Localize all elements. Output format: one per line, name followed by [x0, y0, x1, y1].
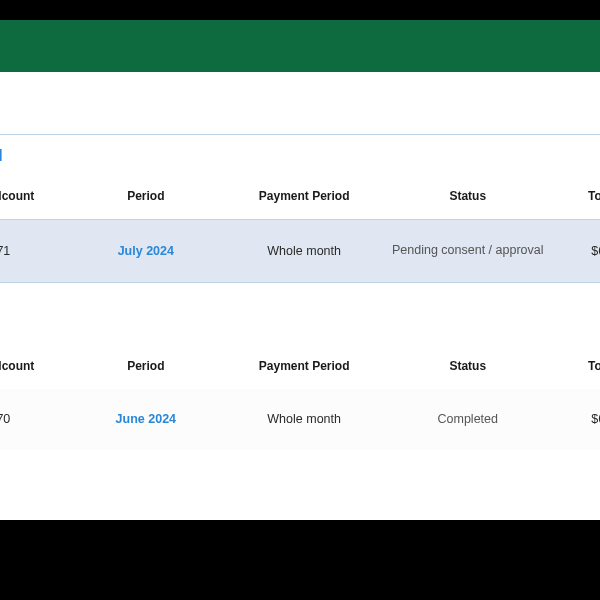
cell-payment: Whole month — [225, 220, 383, 283]
header-payment: Payment Period — [225, 179, 383, 220]
period-link[interactable]: June 2024 — [116, 412, 176, 426]
cell-payment: Whole month — [225, 389, 383, 451]
section-title-pending: ayroll — [0, 134, 600, 179]
header-period: Period — [67, 349, 225, 389]
cell-headcount: 71 — [0, 220, 67, 283]
cell-status: Pending consent / approval — [392, 243, 544, 257]
table-row: 70 June 2024 Whole month Completed $600,… — [0, 389, 600, 451]
cell-status: Completed — [438, 412, 498, 426]
cell-total: $600,800.10 — [552, 389, 600, 451]
header-total: Total Amount — [552, 349, 600, 389]
page-title: rd — [0, 90, 600, 134]
header-bar — [0, 20, 600, 72]
content-area: rd ayroll Headcount Period Payment Perio… — [0, 72, 600, 450]
header-headcount: Headcount — [0, 349, 67, 389]
cell-total: $620,700.10 — [552, 220, 600, 283]
header-status: Status — [383, 349, 552, 389]
app-window: rd ayroll Headcount Period Payment Perio… — [0, 20, 600, 520]
header-payment: Payment Period — [225, 349, 383, 389]
table-row: 71 July 2024 Whole month Pending consent… — [0, 220, 600, 283]
header-headcount: Headcount — [0, 179, 67, 220]
header-total: Total Amount — [552, 179, 600, 220]
pending-payroll-table: Headcount Period Payment Period Status T… — [0, 179, 600, 283]
period-link[interactable]: July 2024 — [118, 244, 174, 258]
section-title-completed: oll — [0, 305, 600, 349]
table-header-row: Headcount Period Payment Period Status T… — [0, 349, 600, 389]
table-header-row: Headcount Period Payment Period Status T… — [0, 179, 600, 220]
header-period: Period — [67, 179, 225, 220]
completed-payroll-table: Headcount Period Payment Period Status T… — [0, 349, 600, 451]
header-status: Status — [383, 179, 552, 220]
cell-headcount: 70 — [0, 389, 67, 451]
